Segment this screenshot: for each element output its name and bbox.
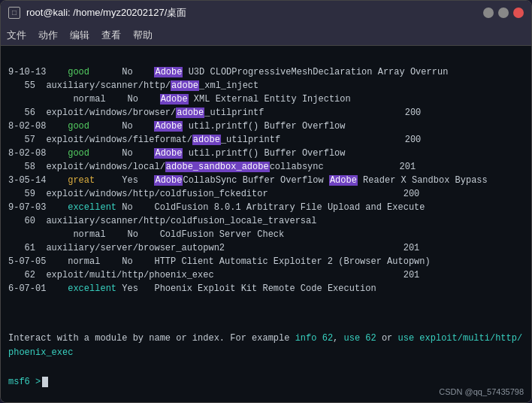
terminal-body[interactable]: 9-10-13 good No Adobe U3D CLODProgressiv…: [1, 46, 531, 402]
window-controls: [483, 8, 524, 18]
terminal-window: □ root@kali: /home/myz20202127/桌面 文件 动作 …: [0, 0, 532, 403]
menu-edit[interactable]: 编辑: [70, 29, 89, 42]
info-link-3: use exploit/multi/http/phoenix_exec: [8, 333, 522, 358]
title-bar-left: □ root@kali: /home/myz20202127/桌面: [8, 6, 186, 20]
title-bar: □ root@kali: /home/myz20202127/桌面: [1, 1, 531, 25]
menu-file[interactable]: 文件: [7, 29, 26, 42]
info-section: Interact with a module by name or index.…: [8, 317, 524, 374]
menu-help[interactable]: 帮助: [133, 29, 153, 42]
info-link-2: use 62: [344, 333, 376, 344]
window-icon: □: [8, 7, 20, 19]
watermark: CSDN @qq_57435798: [439, 387, 524, 396]
minimize-button[interactable]: [483, 8, 494, 18]
prompt-text: msf6 >: [8, 377, 41, 387]
close-button[interactable]: [513, 8, 524, 18]
maximize-button[interactable]: [498, 8, 509, 18]
prompt-line[interactable]: msf6 >: [8, 377, 524, 387]
terminal-content: 9-10-13 good No Adobe U3D CLODProgressiv…: [8, 52, 524, 309]
menu-view[interactable]: 查看: [101, 29, 121, 42]
menu-action[interactable]: 动作: [38, 29, 58, 42]
info-link-1: info 62: [295, 333, 333, 344]
cursor: [42, 377, 48, 387]
menu-bar: 文件 动作 编辑 查看 帮助: [1, 25, 531, 46]
window-title: root@kali: /home/myz20202127/桌面: [26, 6, 186, 20]
info-text: Interact with a module by name or index.…: [8, 333, 522, 358]
